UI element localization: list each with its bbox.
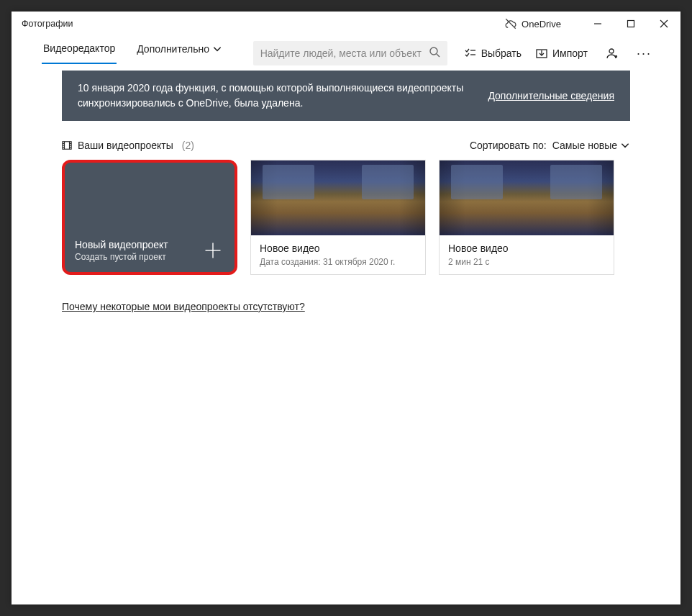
banner-link[interactable]: Дополнительные сведения: [488, 89, 614, 104]
projects-grid: Новый видеопроект Создать пустой проект …: [62, 160, 630, 275]
tab-video-editor[interactable]: Видеоредактор: [42, 42, 117, 64]
svg-rect-2: [628, 21, 634, 27]
new-project-title: Новый видеопроект: [75, 239, 224, 250]
tab-more[interactable]: Дополнительно: [137, 43, 222, 63]
maximize-button[interactable]: [614, 12, 647, 35]
project-subtitle: 2 мин 21 с: [448, 257, 605, 267]
select-label: Выбрать: [481, 47, 522, 59]
close-button[interactable]: [647, 12, 680, 35]
project-title: Новое видео: [448, 243, 605, 254]
toolbar: Видеоредактор Дополнительно Выбрать Импо…: [12, 36, 680, 71]
project-thumbnail: [251, 160, 425, 235]
project-card[interactable]: Новое видео 2 мин 21 с: [439, 160, 614, 275]
chevron-down-icon: [620, 140, 630, 150]
project-thumbnail: [440, 160, 614, 235]
new-project-subtitle: Создать пустой проект: [75, 252, 224, 262]
search-box[interactable]: [253, 41, 447, 65]
svg-line-6: [437, 54, 440, 57]
titlebar: Фотографии OneDrive: [12, 12, 680, 36]
plus-icon: [203, 240, 223, 261]
banner-text: 10 января 2020 года функция, с помощью к…: [78, 81, 488, 111]
more-button[interactable]: ···: [629, 41, 659, 65]
person-icon: [606, 47, 618, 59]
app-title: Фотографии: [22, 19, 73, 29]
film-icon: [62, 140, 72, 150]
svg-point-11: [609, 49, 614, 53]
onedrive-status[interactable]: OneDrive: [504, 17, 561, 30]
new-project-card[interactable]: Новый видеопроект Создать пустой проект: [62, 160, 237, 275]
sort-value: Самые новые: [552, 140, 617, 151]
sort-dropdown[interactable]: Самые новые: [552, 140, 630, 151]
svg-point-12: [615, 56, 616, 58]
svg-point-5: [430, 47, 437, 55]
info-banner: 10 января 2020 года функция, с помощью к…: [62, 71, 630, 121]
import-label: Импорт: [552, 47, 588, 59]
cloud-off-icon: [504, 17, 517, 30]
project-title: Новое видео: [260, 243, 416, 254]
project-subtitle: Дата создания: 31 октября 2020 г.: [260, 257, 416, 267]
import-button[interactable]: Импорт: [529, 41, 595, 65]
section-count: (2): [182, 140, 194, 151]
sort-label: Сортировать по:: [470, 140, 547, 151]
main-content: 10 января 2020 года функция, с помощью к…: [12, 71, 680, 604]
minimize-button[interactable]: [581, 12, 614, 35]
onedrive-label: OneDrive: [522, 19, 561, 30]
account-button[interactable]: [599, 41, 625, 65]
import-icon: [536, 47, 547, 59]
tab-more-label: Дополнительно: [137, 43, 209, 55]
faq-link[interactable]: Почему некоторые мои видеопроекты отсутс…: [62, 301, 305, 312]
search-input[interactable]: [260, 47, 429, 59]
select-button[interactable]: Выбрать: [457, 41, 529, 65]
section-header: Ваши видеопроекты (2) Сортировать по: Са…: [62, 140, 630, 151]
app-window: Фотографии OneDrive Видеоредактор Дополн…: [12, 12, 680, 604]
more-icon: ···: [637, 46, 652, 61]
search-icon[interactable]: [429, 46, 440, 60]
chevron-down-icon: [212, 44, 222, 54]
project-card[interactable]: Новое видео Дата создания: 31 октября 20…: [250, 160, 426, 275]
section-title: Ваши видеопроекты: [78, 140, 173, 151]
checklist-icon: [465, 47, 476, 59]
